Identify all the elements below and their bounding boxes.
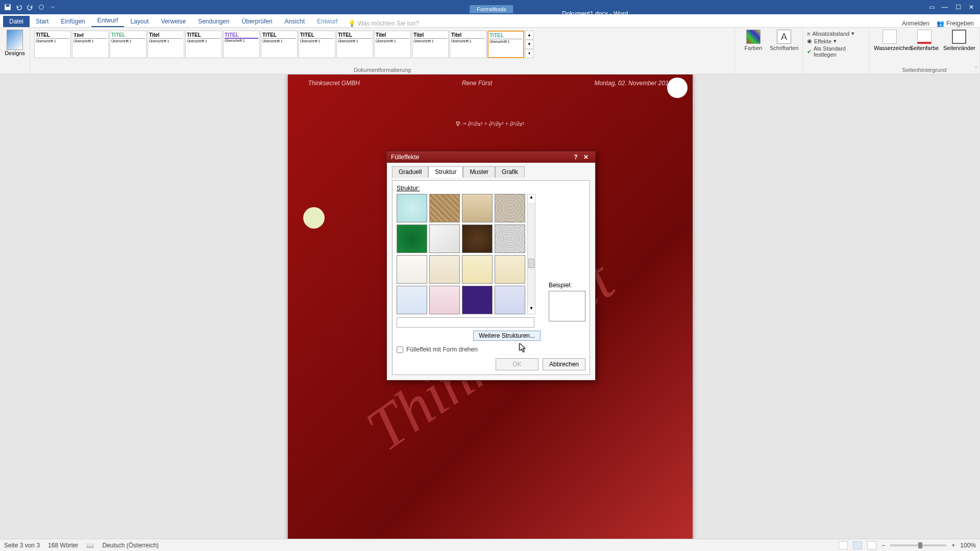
gallery-up-icon[interactable]: ▲ <box>525 31 533 40</box>
dialog-tab-muster[interactable]: Muster <box>463 166 495 178</box>
qat-dropdown-icon[interactable] <box>49 4 56 11</box>
ok-button[interactable]: OK <box>496 358 538 370</box>
texture-swatch[interactable] <box>462 255 493 284</box>
scroll-down-icon[interactable]: ▼ <box>528 306 535 314</box>
tab-sendungen[interactable]: Sendungen <box>192 16 235 27</box>
texture-swatch[interactable] <box>429 224 460 253</box>
tab-file[interactable]: Datei <box>3 16 30 27</box>
theme-thumb[interactable]: TITELÜberschrift 1 <box>223 31 260 58</box>
maximize-icon[interactable]: ☐ <box>954 4 962 11</box>
page-color-button[interactable]: Seitenfarbe <box>909 30 940 51</box>
theme-thumb[interactable]: TITELÜberschrift 1 <box>34 31 71 58</box>
texture-swatch[interactable] <box>495 224 525 253</box>
status-language[interactable]: Deutsch (Österreich) <box>102 542 159 549</box>
rotate-with-shape-row[interactable]: Fülleffekt mit Form drehen <box>397 346 585 353</box>
dialog-help-icon[interactable]: ? <box>571 154 581 161</box>
designs-button[interactable]: Designs <box>4 30 26 56</box>
svg-rect-1 <box>6 5 10 7</box>
page-borders-label: Seitenränder <box>943 45 975 51</box>
view-print-icon[interactable] <box>853 541 862 549</box>
texture-name-input[interactable] <box>397 317 534 328</box>
minimize-icon[interactable]: — <box>941 4 948 11</box>
theme-thumb[interactable]: TitelÜberschrift 1 <box>374 31 411 58</box>
gallery-down-icon[interactable]: ▼ <box>525 40 533 49</box>
texture-swatch[interactable] <box>495 255 525 284</box>
theme-thumb[interactable]: TITELÜberschrift 1 <box>261 31 298 58</box>
spacing-icon: ≡ <box>807 31 810 37</box>
theme-thumb[interactable]: TITELÜberschrift 1 <box>110 31 146 58</box>
more-textures-button[interactable]: Weitere Strukturen... <box>473 331 541 341</box>
ribbon-options-icon[interactable]: ▭ <box>928 4 935 11</box>
theme-thumb[interactable]: TITELÜberschrift 1 <box>299 31 335 58</box>
cancel-button[interactable]: Abbrechen <box>543 358 585 370</box>
theme-thumb[interactable]: TitelÜberschrift 1 <box>450 31 486 58</box>
texture-scrollbar[interactable]: ▲ ▼ <box>527 194 535 314</box>
dialog-titlebar[interactable]: Fülleffekte ? ✕ <box>387 152 595 163</box>
theme-thumb-selected[interactable]: TITELÜberschrift 1 <box>487 31 524 58</box>
texture-swatch[interactable] <box>462 224 493 253</box>
texture-swatch[interactable] <box>397 224 427 253</box>
zoom-level[interactable]: 100% <box>960 542 976 549</box>
tab-verweise[interactable]: Verweise <box>155 16 192 27</box>
tab-ueberpruefen[interactable]: Überprüfen <box>236 16 279 27</box>
gallery-more-icon[interactable]: ▾ <box>525 49 533 58</box>
close-icon[interactable]: ✕ <box>968 4 975 11</box>
scroll-thumb[interactable] <box>528 259 534 268</box>
zoom-in-icon[interactable]: + <box>951 542 955 549</box>
undo-icon[interactable] <box>15 4 22 11</box>
dialog-close-icon[interactable]: ✕ <box>581 154 591 161</box>
colors-button[interactable]: Farben <box>739 30 768 73</box>
texture-swatch[interactable] <box>462 286 493 314</box>
shape-circle[interactable] <box>303 207 325 229</box>
status-proofing-icon[interactable]: 📖 <box>86 542 94 549</box>
watermark-button[interactable]: Wasserzeichen <box>874 30 905 51</box>
zoom-out-icon[interactable]: − <box>881 542 885 549</box>
theme-thumb[interactable]: TITELÜberschrift 1 <box>336 31 373 58</box>
set-default-button[interactable]: ✔Als Standard festlegen <box>807 45 865 58</box>
redo-icon[interactable] <box>27 4 34 11</box>
texture-swatch[interactable] <box>429 286 460 314</box>
scroll-track[interactable] <box>528 203 535 306</box>
texture-swatch[interactable] <box>495 194 525 222</box>
texture-swatch[interactable] <box>397 194 427 222</box>
theme-title: TITEL <box>262 32 296 38</box>
theme-thumb[interactable]: TitelÜberschrift 1 <box>72 31 109 58</box>
texture-swatch[interactable] <box>397 255 427 284</box>
touch-mode-icon[interactable] <box>38 4 45 11</box>
zoom-slider[interactable] <box>890 544 946 546</box>
dialog-tab-grafik[interactable]: Grafik <box>495 166 525 178</box>
tab-formeltools-entwurf[interactable]: Entwurf <box>311 16 344 27</box>
status-words[interactable]: 168 Wörter <box>48 542 78 549</box>
share-button[interactable]: 👥Freigeben <box>937 20 974 27</box>
tell-me-search[interactable]: 💡 Was möchten Sie tun? <box>348 20 419 27</box>
texture-swatch[interactable] <box>429 255 460 284</box>
sign-in-link[interactable]: Anmelden <box>902 20 929 27</box>
rotate-checkbox[interactable] <box>397 346 403 353</box>
dialog-tab-struktur[interactable]: Struktur <box>428 166 463 178</box>
collapse-ribbon-icon[interactable]: ˆ <box>975 66 977 72</box>
texture-swatch[interactable] <box>495 286 525 314</box>
para-spacing-button[interactable]: ≡Absatzabstand▾ <box>807 30 865 37</box>
view-web-icon[interactable] <box>867 541 876 549</box>
tab-ansicht[interactable]: Ansicht <box>279 16 311 27</box>
texture-swatch[interactable] <box>397 286 427 314</box>
fonts-button[interactable]: ASchriftarten <box>770 30 798 73</box>
save-icon[interactable] <box>4 4 11 11</box>
zoom-thumb[interactable] <box>918 542 922 548</box>
tab-start[interactable]: Start <box>30 16 55 27</box>
texture-swatch[interactable] <box>429 194 460 222</box>
theme-thumb[interactable]: TitelÜberschrift 1 <box>412 31 449 58</box>
theme-thumb[interactable]: TITELÜberschrift 1 <box>185 31 222 58</box>
page-borders-button[interactable]: Seitenränder <box>943 30 975 51</box>
themes-gallery[interactable]: TITELÜberschrift 1 TitelÜberschrift 1 TI… <box>34 30 730 66</box>
tab-entwurf[interactable]: Entwurf <box>91 15 125 27</box>
effects-button[interactable]: ◉Effekte▾ <box>807 37 865 45</box>
theme-thumb[interactable]: TitelÜberschrift 1 <box>148 31 184 58</box>
tab-einfuegen[interactable]: Einfügen <box>55 16 91 27</box>
dialog-tab-graduell[interactable]: Graduell <box>392 166 428 178</box>
scroll-up-icon[interactable]: ▲ <box>528 194 535 203</box>
tab-layout[interactable]: Layout <box>124 16 155 27</box>
view-read-icon[interactable] <box>839 541 848 549</box>
status-page[interactable]: Seite 3 von 3 <box>4 542 40 549</box>
texture-swatch[interactable] <box>462 194 493 222</box>
